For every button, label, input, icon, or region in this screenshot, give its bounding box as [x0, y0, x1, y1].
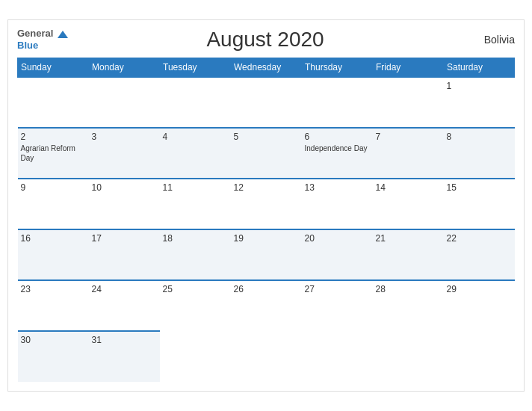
- day-number: 31: [92, 335, 157, 345]
- calendar-cell: [231, 77, 302, 128]
- calendar-cell: 2Agrarian Reform Day: [18, 128, 89, 179]
- calendar-cell: 25: [160, 280, 231, 331]
- calendar-cell: 24: [89, 280, 160, 331]
- weekday-header-row: SundayMondayTuesdayWednesdayThursdayFrid…: [18, 58, 515, 78]
- calendar-cell: 1: [444, 77, 515, 128]
- day-number: 23: [21, 284, 86, 294]
- day-number: 7: [376, 132, 441, 142]
- day-number: 17: [92, 233, 157, 244]
- weekday-header-thursday: Thursday: [302, 58, 373, 78]
- day-number: 4: [163, 132, 228, 142]
- calendar-cell: [373, 77, 444, 128]
- calendar-container: General Blue August 2020 Bolivia SundayM…: [7, 19, 525, 392]
- logo: General Blue: [17, 28, 68, 51]
- calendar-week-row: 1: [18, 77, 515, 128]
- weekday-header-tuesday: Tuesday: [160, 58, 231, 78]
- calendar-cell: 4: [160, 128, 231, 179]
- calendar-cell: 28: [373, 280, 444, 331]
- calendar-cell: 16: [18, 229, 89, 280]
- day-number: 10: [92, 182, 157, 193]
- calendar-week-row: 16171819202122: [18, 229, 515, 280]
- calendar-cell: 13: [302, 179, 373, 229]
- calendar-cell: 21: [373, 229, 444, 280]
- calendar-cell: [444, 331, 515, 382]
- calendar-week-row: 23242526272829: [18, 280, 515, 331]
- day-number: 5: [234, 132, 299, 142]
- calendar-cell: [18, 77, 89, 128]
- day-number: 26: [234, 284, 299, 294]
- day-number: 6: [305, 132, 370, 142]
- calendar-week-row: 3031: [18, 331, 515, 382]
- day-number: 16: [21, 233, 86, 244]
- calendar-cell: [302, 331, 373, 382]
- calendar-header: General Blue August 2020 Bolivia: [17, 28, 515, 52]
- calendar-cell: 10: [89, 179, 160, 229]
- calendar-cell: 17: [89, 229, 160, 280]
- day-number: 18: [163, 233, 228, 244]
- calendar-cell: 9: [18, 179, 89, 229]
- calendar-cell: 5: [231, 128, 302, 179]
- calendar-week-row: 2Agrarian Reform Day3456Independence Day…: [18, 128, 515, 179]
- calendar-table: SundayMondayTuesdayWednesdayThursdayFrid…: [17, 58, 515, 382]
- day-number: 8: [447, 132, 512, 142]
- calendar-cell: [89, 77, 160, 128]
- weekday-header-monday: Monday: [89, 58, 160, 78]
- calendar-cell: 12: [231, 179, 302, 229]
- calendar-cell: 6Independence Day: [302, 128, 373, 179]
- day-number: 28: [376, 284, 441, 294]
- day-number: 3: [92, 132, 157, 142]
- weekday-header-friday: Friday: [373, 58, 444, 78]
- calendar-cell: 7: [373, 128, 444, 179]
- weekday-header-wednesday: Wednesday: [231, 58, 302, 78]
- calendar-cell: 14: [373, 179, 444, 229]
- calendar-cell: [373, 331, 444, 382]
- calendar-cell: 11: [160, 179, 231, 229]
- calendar-cell: 22: [444, 229, 515, 280]
- calendar-cell: [160, 77, 231, 128]
- day-number: 1: [447, 81, 512, 91]
- calendar-cell: [302, 77, 373, 128]
- logo-general: General: [17, 28, 53, 39]
- day-number: 12: [234, 182, 299, 193]
- calendar-cell: 29: [444, 280, 515, 331]
- event-label: Agrarian Reform Day: [21, 143, 86, 163]
- weekday-header-sunday: Sunday: [18, 58, 89, 78]
- day-number: 9: [21, 182, 86, 193]
- day-number: 13: [305, 182, 370, 193]
- calendar-cell: 3: [89, 128, 160, 179]
- calendar-cell: 27: [302, 280, 373, 331]
- day-number: 14: [376, 182, 441, 193]
- calendar-cell: 18: [160, 229, 231, 280]
- calendar-cell: 8: [444, 128, 515, 179]
- day-number: 20: [305, 233, 370, 244]
- calendar-cell: 20: [302, 229, 373, 280]
- logo-triangle-icon: [58, 31, 68, 38]
- calendar-cell: [160, 331, 231, 382]
- calendar-cell: 26: [231, 280, 302, 331]
- calendar-cell: 19: [231, 229, 302, 280]
- calendar-cell: [231, 331, 302, 382]
- event-label: Independence Day: [305, 143, 370, 153]
- logo-blue: Blue: [17, 40, 38, 51]
- day-number: 2: [21, 132, 86, 142]
- country-label: Bolivia: [463, 34, 515, 46]
- day-number: 29: [447, 284, 512, 294]
- day-number: 21: [376, 233, 441, 244]
- day-number: 30: [21, 335, 86, 345]
- calendar-cell: 15: [444, 179, 515, 229]
- weekday-header-saturday: Saturday: [444, 58, 515, 78]
- day-number: 15: [447, 182, 512, 193]
- day-number: 19: [234, 233, 299, 244]
- day-number: 11: [163, 182, 228, 193]
- day-number: 22: [447, 233, 512, 244]
- calendar-week-row: 9101112131415: [18, 179, 515, 229]
- day-number: 25: [163, 284, 228, 294]
- calendar-cell: 31: [89, 331, 160, 382]
- month-title: August 2020: [68, 28, 463, 52]
- day-number: 27: [305, 284, 370, 294]
- calendar-cell: 23: [18, 280, 89, 331]
- day-number: 24: [92, 284, 157, 294]
- calendar-cell: 30: [18, 331, 89, 382]
